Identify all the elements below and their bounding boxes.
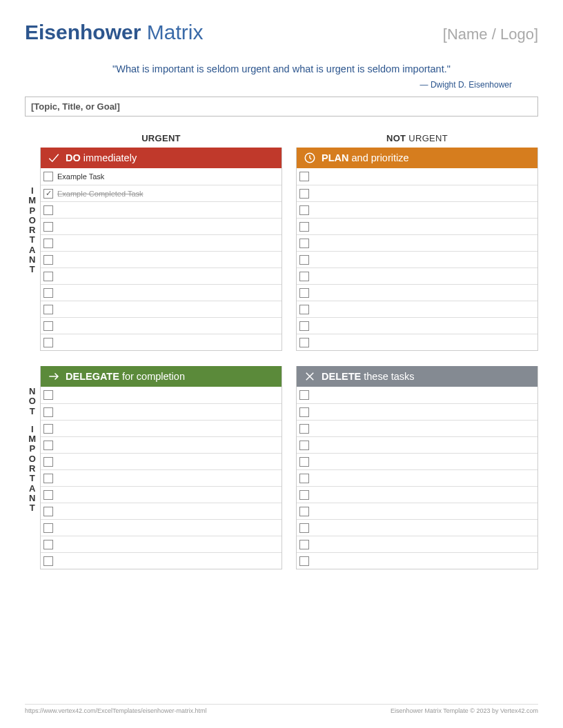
task-row[interactable]: [41, 334, 282, 350]
task-checkbox[interactable]: [43, 523, 53, 533]
task-checkbox[interactable]: [43, 338, 53, 347]
task-row[interactable]: [297, 403, 537, 420]
task-row[interactable]: [297, 301, 537, 317]
task-checkbox[interactable]: [299, 424, 309, 434]
task-row[interactable]: [41, 201, 282, 218]
task-checkbox[interactable]: [299, 474, 309, 483]
task-row[interactable]: [297, 503, 537, 519]
quadrant-plan: PLAN and prioritize: [296, 148, 538, 351]
task-row[interactable]: [41, 503, 282, 519]
task-row[interactable]: [41, 436, 282, 453]
task-checkbox[interactable]: [299, 490, 309, 500]
task-row[interactable]: Example Task: [41, 168, 282, 185]
task-checkbox[interactable]: [43, 441, 53, 450]
task-checkbox[interactable]: [299, 321, 309, 331]
task-checkbox[interactable]: [43, 222, 53, 232]
task-row[interactable]: [297, 453, 537, 469]
task-checkbox[interactable]: [43, 556, 53, 566]
task-checkbox[interactable]: [299, 390, 309, 400]
task-row[interactable]: [41, 420, 282, 436]
task-row[interactable]: [41, 218, 282, 234]
task-row[interactable]: [297, 267, 537, 284]
task-checkbox[interactable]: [299, 507, 309, 516]
quadrant-do-header: DO immediately: [41, 148, 282, 168]
task-checkbox[interactable]: [43, 255, 53, 265]
task-checkbox[interactable]: [43, 239, 53, 248]
task-row[interactable]: [297, 469, 537, 486]
task-checkbox[interactable]: [299, 556, 309, 566]
topic-input[interactable]: [Topic, Title, or Goal]: [25, 97, 538, 117]
task-checkbox[interactable]: [299, 222, 309, 232]
task-checkbox[interactable]: [43, 457, 53, 467]
task-row[interactable]: [41, 486, 282, 503]
task-checkbox[interactable]: [299, 540, 309, 549]
task-checkbox[interactable]: ✓: [43, 189, 53, 199]
quadrant-delete: DELETE these tasks: [296, 366, 538, 569]
task-checkbox[interactable]: [299, 441, 309, 450]
task-row[interactable]: [297, 185, 537, 201]
footer-url: https://www.vertex42.com/ExcelTemplates/…: [25, 707, 207, 714]
task-row[interactable]: [297, 519, 537, 536]
task-checkbox[interactable]: [43, 424, 53, 434]
task-row[interactable]: [41, 267, 282, 284]
task-row[interactable]: [297, 284, 537, 301]
quote-text: "What is important is seldom urgent and …: [52, 63, 511, 74]
task-checkbox[interactable]: [43, 407, 53, 417]
task-checkbox[interactable]: [299, 407, 309, 417]
task-checkbox[interactable]: [299, 272, 309, 281]
task-checkbox[interactable]: [299, 255, 309, 265]
task-checkbox[interactable]: [43, 390, 53, 400]
task-row[interactable]: [297, 201, 537, 218]
task-row[interactable]: [41, 301, 282, 317]
task-row[interactable]: ✓Example Completed Task: [41, 185, 282, 201]
task-row[interactable]: [41, 387, 282, 403]
task-row[interactable]: [41, 284, 282, 301]
task-row[interactable]: [297, 420, 537, 436]
title-light: Matrix: [141, 21, 203, 43]
task-checkbox[interactable]: [43, 474, 53, 483]
task-checkbox[interactable]: [43, 205, 53, 215]
task-text: Example Completed Task: [57, 190, 144, 198]
task-row[interactable]: [297, 168, 537, 185]
task-row[interactable]: [41, 403, 282, 420]
task-row[interactable]: [41, 234, 282, 251]
task-row[interactable]: [297, 234, 537, 251]
task-checkbox[interactable]: [43, 305, 53, 314]
task-checkbox[interactable]: [43, 321, 53, 331]
task-row[interactable]: [297, 251, 537, 267]
task-row[interactable]: [297, 552, 537, 569]
task-row[interactable]: [41, 469, 282, 486]
task-row[interactable]: [41, 317, 282, 334]
task-checkbox[interactable]: [299, 172, 309, 181]
task-checkbox[interactable]: [299, 205, 309, 215]
quadrant-plan-header: PLAN and prioritize: [297, 148, 537, 168]
task-checkbox[interactable]: [43, 540, 53, 549]
task-row[interactable]: [297, 218, 537, 234]
task-row[interactable]: [297, 536, 537, 552]
task-checkbox[interactable]: [299, 305, 309, 314]
task-row[interactable]: [41, 552, 282, 569]
task-row[interactable]: [297, 387, 537, 403]
task-row[interactable]: [41, 453, 282, 469]
task-row[interactable]: [41, 536, 282, 552]
task-checkbox[interactable]: [43, 490, 53, 500]
task-checkbox[interactable]: [43, 288, 53, 298]
task-row[interactable]: [297, 486, 537, 503]
task-checkbox[interactable]: [299, 189, 309, 199]
task-checkbox[interactable]: [299, 338, 309, 347]
task-checkbox[interactable]: [299, 288, 309, 298]
task-row[interactable]: [297, 317, 537, 334]
task-row[interactable]: [41, 251, 282, 267]
task-row[interactable]: [41, 519, 282, 536]
title-bold: Eisenhower: [25, 21, 141, 43]
task-checkbox[interactable]: [299, 523, 309, 533]
footer: https://www.vertex42.com/ExcelTemplates/…: [25, 704, 538, 714]
task-row[interactable]: [297, 436, 537, 453]
task-checkbox[interactable]: [43, 272, 53, 281]
column-header-not-urgent: NOT URGENT: [296, 133, 538, 148]
task-row[interactable]: [297, 334, 537, 350]
task-checkbox[interactable]: [299, 457, 309, 467]
task-checkbox[interactable]: [299, 239, 309, 248]
task-checkbox[interactable]: [43, 507, 53, 516]
task-checkbox[interactable]: [43, 172, 53, 181]
